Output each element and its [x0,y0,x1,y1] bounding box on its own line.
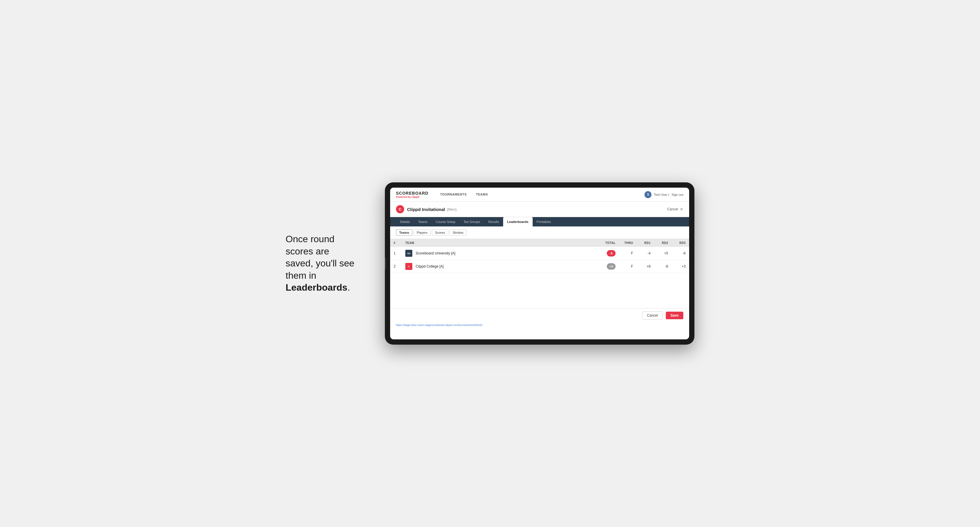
close-icon: ✕ [680,207,683,211]
left-text-line1: Once round [286,234,334,244]
filter-scores-button[interactable]: Scores [432,229,448,236]
footer-cancel-button[interactable]: Cancel [642,311,663,319]
col-rd3: RD3 [671,239,689,247]
tab-course-setup[interactable]: Course Setup [431,217,459,227]
col-rd1: RD1 [636,239,654,247]
tab-printables[interactable]: Printables [533,217,555,227]
row2-team-logo: C [405,263,412,270]
left-description: Once round scores are saved, you'll see … [286,233,368,294]
nav-tournaments[interactable]: TOURNAMENTS [435,187,471,202]
sign-out-link[interactable]: Sign out [671,193,683,196]
filter-teams-button[interactable]: Teams [396,229,412,236]
row1-team-name: Scoreboard University [A] [415,251,455,256]
row2-rank: 2 [390,260,402,273]
col-rank: # [390,239,402,247]
tournament-subtitle: (Men) [447,207,457,211]
logo-area: SCOREBOARD Powered by clippd [396,191,428,198]
row2-team: C Clippd College [A] [402,260,596,273]
nav-links: TOURNAMENTS TEAMS [435,187,644,202]
tournament-header: C Clippd Invitational (Men) Cancel ✕ [390,202,689,217]
left-text-bold: Leaderboards [286,282,347,293]
tournament-icon: C [396,205,404,213]
row1-team: SU Scoreboard University [A] [402,247,596,260]
leaderboard-table: # TEAM TOTAL THRU RD1 RD2 RD3 1 SU [390,239,689,273]
row2-total: +3 [596,260,619,273]
logo-subtitle: Powered by clippd [396,195,428,198]
row1-total: -5 [596,247,619,260]
table-row: 1 SU Scoreboard University [A] -5 F -4 +… [390,247,689,260]
content-spacer [390,273,689,308]
row1-rank: 1 [390,247,402,260]
left-text-line3: saved, you'll see [286,258,355,268]
footer-save-button[interactable]: Save [666,312,683,319]
tab-results[interactable]: Results [484,217,503,227]
row1-total-badge: -5 [607,250,616,257]
tablet-device: SCOREBOARD Powered by clippd TOURNAMENTS… [385,183,694,344]
row1-thru: F [619,247,636,260]
tournament-title: Clippd Invitational [407,207,445,212]
left-text-period: . [347,282,350,293]
page-footer: Cancel Save [390,308,689,322]
row2-total-badge: +3 [607,263,616,270]
table-row: 2 C Clippd College [A] +3 F +8 -8 +3 [390,260,689,273]
nav-teams[interactable]: TEAMS [471,187,493,202]
row1-rd3: -6 [671,247,689,260]
header-cancel-button[interactable]: Cancel ✕ [667,207,683,211]
col-team: TEAM [402,239,596,247]
tablet-side-button [385,258,386,269]
filter-strokes-button[interactable]: Strokes [449,229,467,236]
url-bar: https://stage-blue-coach.stagescoreboard… [390,322,689,328]
table-header-row: # TEAM TOTAL THRU RD1 RD2 RD3 [390,239,689,247]
row2-team-name: Clippd College [A] [415,264,444,268]
col-rd2: RD2 [654,239,671,247]
row2-rd3: +3 [671,260,689,273]
row1-rd2: +5 [654,247,671,260]
user-name: Test User | [654,193,669,196]
filter-bar: Teams Players Scores Strokes [390,227,689,239]
left-text-line4: them in [286,270,316,281]
row2-thru: F [619,260,636,273]
row2-rd2: -8 [654,260,671,273]
tab-tee-groups[interactable]: Tee Groups [459,217,484,227]
tablet-screen: SCOREBOARD Powered by clippd TOURNAMENTS… [390,187,689,340]
tab-details[interactable]: Details [396,217,414,227]
sub-navigation: Details Teams Course Setup Tee Groups Re… [390,217,689,227]
tab-leaderboards[interactable]: Leaderboards [503,217,533,227]
tab-teams[interactable]: Teams [414,217,431,227]
filter-players-button[interactable]: Players [414,229,431,236]
left-text-line2: scores are [286,246,329,257]
row2-rd1: +8 [636,260,654,273]
col-thru: THRU [619,239,636,247]
nav-right: S Test User | Sign out [644,191,683,198]
row1-rd1: -4 [636,247,654,260]
user-avatar: S [644,191,651,198]
row1-team-logo: SU [405,250,412,257]
logo-text: SCOREBOARD [396,191,428,195]
col-total: TOTAL [596,239,619,247]
top-navigation: SCOREBOARD Powered by clippd TOURNAMENTS… [390,187,689,202]
